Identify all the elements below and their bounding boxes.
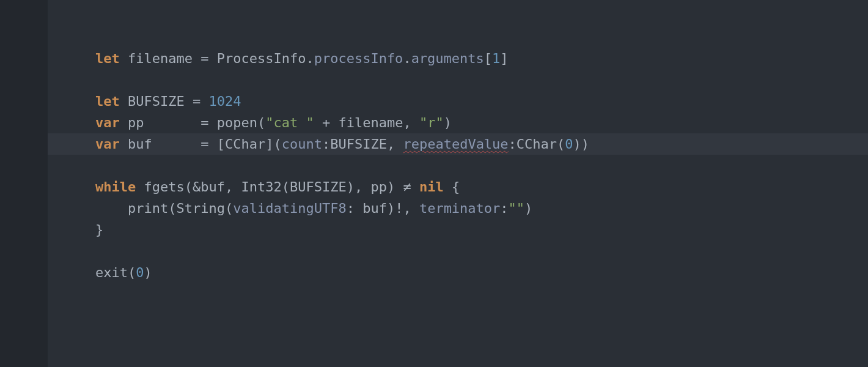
code-content[interactable]: let filename = ProcessInfo.processInfo.a… [48,0,868,283]
number-0: 0 [565,136,573,152]
prop-arguments: arguments [411,51,484,66]
fn-fgets: fgets [144,179,184,195]
label-validatingutf8: validatingUTF8 [233,201,346,216]
keyword-while: while [95,179,136,195]
fn-exit: exit [95,265,128,280]
type-processinfo: ProcessInfo [217,51,306,66]
type-int32: Int32 [241,179,281,195]
string-r: "r" [419,115,444,130]
gutter [0,0,48,367]
keyword-let: let [95,51,120,66]
code-editor: let filename = ProcessInfo.processInfo.a… [0,0,868,367]
number-1024: 1024 [208,94,241,109]
number-0: 0 [136,265,144,280]
type-cchar: CChar [225,136,265,152]
keyword-var: var [95,136,120,152]
number-1: 1 [492,51,500,66]
ident-bufsize: BUFSIZE [128,94,185,109]
string-cat: "cat " [265,115,314,130]
type-string: String [176,201,224,216]
ident-pp: pp [128,115,144,130]
label-terminator: terminator [419,201,500,216]
label-repeatedvalue-error: repeatedValue [403,136,508,152]
op-neq: ≠ [395,179,419,195]
keyword-var: var [95,115,120,130]
label-count: count [282,136,322,152]
prop-processinfo: processInfo [314,51,403,66]
ident-buf: buf [128,136,152,152]
keyword-let: let [95,94,120,109]
fn-print: print [128,201,168,216]
fn-popen: popen [217,115,257,130]
keyword-nil: nil [419,179,444,195]
ident-filename: filename [128,51,193,66]
string-empty: "" [509,201,525,216]
code-area[interactable]: let filename = ProcessInfo.processInfo.a… [48,0,868,367]
